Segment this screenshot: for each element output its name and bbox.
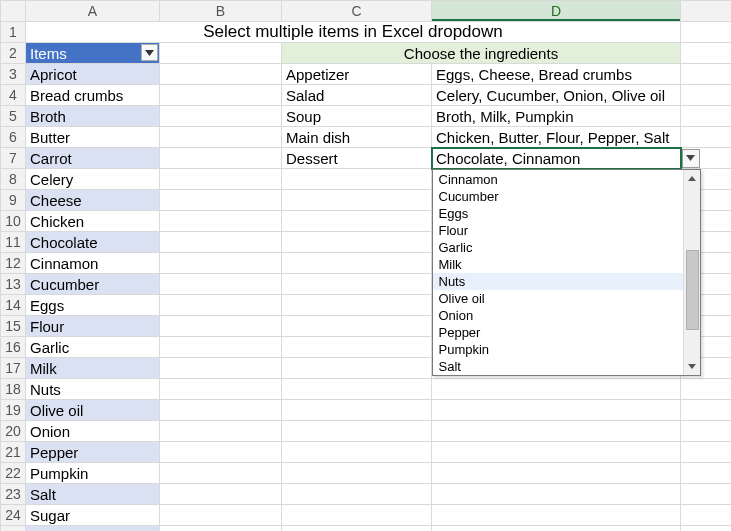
cell-A22[interactable]: Pumpkin [26,463,160,484]
cell-B4[interactable] [160,85,282,106]
col-header-B[interactable]: B [160,1,282,22]
cell-A14[interactable]: Eggs [26,295,160,316]
cell-B19[interactable] [160,400,282,421]
row-header-11[interactable]: 11 [1,232,26,253]
col-header-C[interactable]: C [282,1,432,22]
cell-E1[interactable] [681,22,732,43]
cell-B24[interactable] [160,505,282,526]
cell-B8[interactable] [160,169,282,190]
cell-C19[interactable] [282,400,432,421]
cell-C3[interactable]: Appetizer [282,64,432,85]
row-header-22[interactable]: 22 [1,463,26,484]
cell-B20[interactable] [160,421,282,442]
row-header-10[interactable]: 10 [1,211,26,232]
select-all-corner[interactable] [1,1,26,22]
cell-A21[interactable]: Pepper [26,442,160,463]
cell-D7[interactable]: Chocolate, Cinnamon [432,148,681,169]
dropdown-option[interactable]: Pumpkin [433,341,683,358]
cell-C17[interactable] [282,358,432,379]
row-header-5[interactable]: 5 [1,106,26,127]
row-header-19[interactable]: 19 [1,400,26,421]
row-header-12[interactable]: 12 [1,253,26,274]
cell-A16[interactable]: Garlic [26,337,160,358]
cell-E24[interactable] [681,505,732,526]
row-header-21[interactable]: 21 [1,442,26,463]
dropdown-option[interactable]: Olive oil [433,290,683,307]
cell-C9[interactable] [282,190,432,211]
cell-C11[interactable] [282,232,432,253]
cell-C7[interactable]: Dessert [282,148,432,169]
cell-E5[interactable] [681,106,732,127]
row-header-17[interactable]: 17 [1,358,26,379]
dropdown-option[interactable]: Onion [433,307,683,324]
cell-B7[interactable] [160,148,282,169]
scroll-thumb[interactable] [686,250,699,330]
dropdown-option[interactable]: Milk [433,256,683,273]
cell-C20[interactable] [282,421,432,442]
cell-D3[interactable]: Eggs, Cheese, Bread crumbs [432,64,681,85]
cell-C18[interactable] [282,379,432,400]
cell-E20[interactable] [681,421,732,442]
cell-A15[interactable]: Flour [26,316,160,337]
cell-B5[interactable] [160,106,282,127]
col-header-A[interactable]: A [26,1,160,22]
cell-D24[interactable] [432,505,681,526]
row-header-9[interactable]: 9 [1,190,26,211]
row-header-3[interactable]: 3 [1,64,26,85]
row-header-18[interactable]: 18 [1,379,26,400]
dropdown-list[interactable]: CinnamonCucumberEggsFlourGarlicMilkNutsO… [432,169,701,376]
cell-C4[interactable]: Salad [282,85,432,106]
cell-C10[interactable] [282,211,432,232]
cell-C15[interactable] [282,316,432,337]
cell-D20[interactable] [432,421,681,442]
cell-B22[interactable] [160,463,282,484]
cell-A7[interactable]: Carrot [26,148,160,169]
cell-B6[interactable] [160,127,282,148]
cell-B25[interactable] [160,526,282,532]
row-header-4[interactable]: 4 [1,85,26,106]
scroll-up-arrow-icon[interactable] [684,170,700,187]
cell-A25[interactable]: Tomato [26,526,160,532]
row-header-2[interactable]: 2 [1,43,26,64]
row-header-1[interactable]: 1 [1,22,26,43]
cell-A3[interactable]: Apricot [26,64,160,85]
cell-D4[interactable]: Celery, Cucumber, Onion, Olive oil [432,85,681,106]
dropdown-scrollbar[interactable] [683,170,700,375]
dropdown-option[interactable]: Salt [433,358,683,375]
cell-C8[interactable] [282,169,432,190]
cell-C12[interactable] [282,253,432,274]
cell-D5[interactable]: Broth, Milk, Pumpkin [432,106,681,127]
cell-E22[interactable] [681,463,732,484]
cell-E3[interactable] [681,64,732,85]
cell-B16[interactable] [160,337,282,358]
cell-E6[interactable] [681,127,732,148]
cell-C14[interactable] [282,295,432,316]
cell-A18[interactable]: Nuts [26,379,160,400]
cell-C21[interactable] [282,442,432,463]
ingredients-header[interactable]: Choose the ingredients [282,43,681,64]
row-header-25[interactable]: 25 [1,526,26,532]
cell-B17[interactable] [160,358,282,379]
row-header-16[interactable]: 16 [1,337,26,358]
cell-E23[interactable] [681,484,732,505]
filter-button[interactable] [141,44,158,61]
cell-A24[interactable]: Sugar [26,505,160,526]
cell-B10[interactable] [160,211,282,232]
items-header[interactable]: Items [26,43,160,64]
cell-E2[interactable] [681,43,732,64]
cell-B9[interactable] [160,190,282,211]
row-header-20[interactable]: 20 [1,421,26,442]
cell-A23[interactable]: Salt [26,484,160,505]
cell-B12[interactable] [160,253,282,274]
cell-D25[interactable] [432,526,681,532]
cell-E18[interactable] [681,379,732,400]
cell-A10[interactable]: Chicken [26,211,160,232]
cell-D6[interactable]: Chicken, Butter, Flour, Pepper, Salt [432,127,681,148]
cell-C22[interactable] [282,463,432,484]
row-header-13[interactable]: 13 [1,274,26,295]
cell-E4[interactable] [681,85,732,106]
cell-C25[interactable] [282,526,432,532]
scroll-down-arrow-icon[interactable] [684,358,700,375]
cell-A4[interactable]: Bread crumbs [26,85,160,106]
cell-B14[interactable] [160,295,282,316]
